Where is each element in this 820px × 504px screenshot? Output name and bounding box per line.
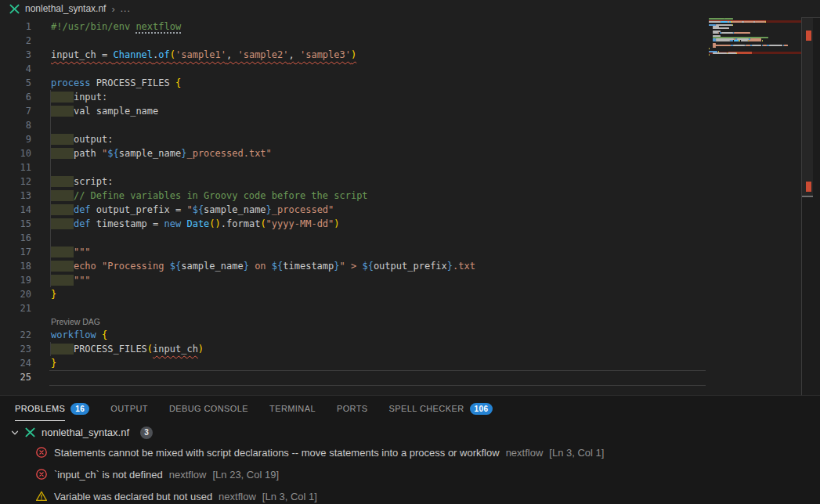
line-number: 12 <box>0 175 31 189</box>
nextflow-icon <box>9 3 20 15</box>
line-number: 14 <box>0 203 31 217</box>
line-number: 16 <box>0 231 31 245</box>
code-line[interactable]: 18 echo "Processing ${sample_name} on ${… <box>0 259 709 273</box>
line-number: 23 <box>0 342 31 356</box>
error-icon <box>35 468 48 481</box>
minimap[interactable] <box>709 17 801 395</box>
code-line[interactable]: 5process PROCESS_FILES { <box>0 76 709 90</box>
code-editor[interactable]: 1#!/usr/bin/env nextflow23input_ch = Cha… <box>0 17 820 395</box>
line-number: 2 <box>0 34 31 48</box>
code-line[interactable]: 24} <box>0 356 709 370</box>
line-number: 11 <box>0 160 31 175</box>
code-line[interactable]: 20} <box>0 287 709 301</box>
minimap-line <box>728 52 736 54</box>
panel-tab-spell-checker[interactable]: SPELL CHECKER106 <box>389 396 493 421</box>
minimap-line <box>746 45 750 46</box>
code-line[interactable]: 22workflow { <box>0 328 709 342</box>
error-icon <box>35 446 48 459</box>
code-line[interactable]: 9 output: <box>0 132 709 146</box>
code-line[interactable]: 17 """ <box>0 245 709 259</box>
code-line[interactable]: 3input_ch = Channel.of('sample1', 'sampl… <box>0 48 709 62</box>
problem-location: [Ln 23, Col 19] <box>212 469 279 481</box>
problem-location: [Ln 3, Col 1] <box>262 491 317 502</box>
code-line[interactable]: 7 val sample_name <box>0 104 709 118</box>
code-line[interactable]: 16 <box>0 231 709 245</box>
minimap-line <box>721 32 733 34</box>
minimap-line <box>730 40 733 41</box>
code-line[interactable]: 21 <box>0 301 709 315</box>
line-number: 19 <box>0 273 31 287</box>
code-line[interactable]: 25 <box>0 370 709 384</box>
minimap-line <box>713 27 728 29</box>
line-number: 1 <box>0 20 31 34</box>
panel-tab-problems[interactable]: PROBLEMS16 <box>15 396 89 421</box>
line-number: 3 <box>0 48 31 62</box>
minimap-line <box>733 45 745 46</box>
breadcrumb-more[interactable]: ... <box>121 3 131 14</box>
panel-tab-debug-console[interactable]: DEBUG CONSOLE <box>169 396 248 421</box>
nextflow-icon <box>24 427 36 438</box>
problem-location: [Ln 3, Col 1] <box>549 447 604 459</box>
codelens-preview-dag[interactable]: Preview DAG <box>0 315 709 328</box>
code-line[interactable]: 10 path "${sample_name}_processed.txt" <box>0 146 709 160</box>
code-line[interactable]: 13 // Define variables in Groovy code be… <box>0 189 709 203</box>
code-line[interactable]: 6 input: <box>0 90 709 104</box>
minimap-line <box>765 21 766 23</box>
panel-tab-badge: 16 <box>70 403 89 415</box>
problem-row[interactable]: Statements cannot be mixed with script d… <box>0 441 820 463</box>
minimap-line <box>709 21 721 23</box>
warning-icon <box>35 490 48 502</box>
line-number: 5 <box>0 76 31 90</box>
minimap-line <box>713 46 716 48</box>
scrollbar-overview-ruler[interactable] <box>801 17 820 395</box>
scrollbar-slider[interactable] <box>802 18 813 197</box>
panel-tab-bar: PROBLEMS16OUTPUTDEBUG CONSOLETERMINALPOR… <box>0 396 820 421</box>
problem-source: nextflow <box>506 447 544 459</box>
minimap-line <box>744 21 753 23</box>
minimap-line <box>732 24 733 26</box>
code-line[interactable]: 1#!/usr/bin/env nextflow <box>0 20 709 34</box>
code-line[interactable]: 8 <box>0 118 709 132</box>
code-line[interactable]: 12 script: <box>0 175 709 189</box>
panel-tab-label: DEBUG CONSOLE <box>169 396 248 421</box>
problems-tree: nonlethal_syntax.nf 3 Statements cannot … <box>0 421 820 504</box>
minimap-line <box>713 52 727 54</box>
chevron-down-icon[interactable] <box>9 427 20 438</box>
problems-count-badge: 3 <box>140 427 153 439</box>
minimap-line <box>716 40 730 41</box>
error-marker <box>806 182 811 192</box>
code-line[interactable]: 4 <box>0 62 709 76</box>
line-number: 15 <box>0 217 31 231</box>
bottom-panel: PROBLEMS16OUTPUTDEBUG CONSOLETERMINALPOR… <box>0 395 820 504</box>
code-line[interactable]: 19 """ <box>0 273 709 287</box>
panel-tab-terminal[interactable]: TERMINAL <box>269 396 316 421</box>
problems-list: Statements cannot be mixed with script d… <box>0 441 820 504</box>
problem-source: nextflow <box>219 491 256 502</box>
minimap-line <box>784 45 788 46</box>
minimap-line <box>709 48 710 49</box>
code-line[interactable]: 23 PROCESS_FILES(input_ch) <box>0 342 709 356</box>
code-line[interactable]: 15 def timestamp = new Date().format("yy… <box>0 217 709 231</box>
panel-tab-label: PROBLEMS <box>15 396 65 421</box>
panel-tab-label: SPELL CHECKER <box>389 396 464 421</box>
line-number: 9 <box>0 132 31 146</box>
panel-tab-badge: 106 <box>470 403 493 415</box>
code-line[interactable]: 2 <box>0 34 709 48</box>
breadcrumb-separator: › <box>111 3 114 15</box>
breadcrumb-file[interactable]: nonlethal_syntax.nf <box>25 3 106 14</box>
panel-tab-ports[interactable]: PORTS <box>337 396 368 421</box>
problems-file-group[interactable]: nonlethal_syntax.nf 3 <box>0 423 820 441</box>
code-line[interactable]: 14 def output_prefix = "${sample_name}_p… <box>0 203 709 217</box>
panel-tab-label: PORTS <box>337 396 368 421</box>
panel-tab-output[interactable]: OUTPUT <box>110 396 148 421</box>
minimap-line <box>721 21 728 23</box>
line-number: 20 <box>0 287 31 301</box>
problem-row[interactable]: `input_ch` is not definednextflow[Ln 23,… <box>0 463 820 485</box>
code-line[interactable]: 11 <box>0 160 709 175</box>
problem-row[interactable]: Variable was declared but not usednextfl… <box>0 485 820 504</box>
line-number: 7 <box>0 104 31 118</box>
problem-source: nextflow <box>169 469 207 481</box>
panel-tab-label: TERMINAL <box>269 396 316 421</box>
line-number: 24 <box>0 356 31 370</box>
line-number: 8 <box>0 118 31 132</box>
